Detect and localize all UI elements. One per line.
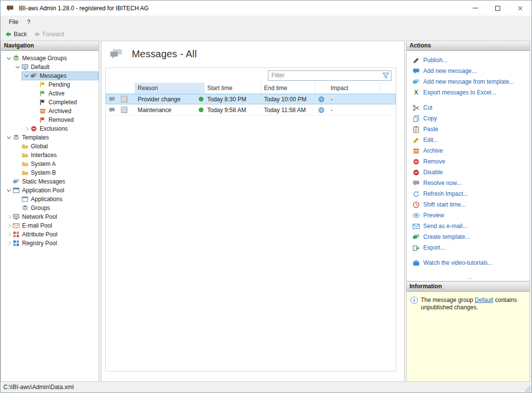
tree-item-label: Interfaces: [31, 152, 57, 159]
chevron-down-icon[interactable]: [5, 54, 13, 63]
action-paste[interactable]: Paste: [412, 124, 528, 135]
chevron-down-icon[interactable]: [5, 133, 13, 142]
table-row[interactable]: Maintenance Today 9:58 AM Today 11:58 AM…: [106, 105, 396, 116]
action-disable[interactable]: Disable: [412, 167, 528, 178]
action-remove[interactable]: Remove: [412, 156, 528, 167]
action-send-as-email[interactable]: Send as e-mail...: [412, 221, 528, 231]
default-group-link[interactable]: Default: [475, 297, 493, 303]
tree-item-groups[interactable]: Groups: [1, 204, 98, 212]
action-archive[interactable]: Archive: [412, 145, 528, 156]
messages-icon: [30, 72, 37, 79]
message-groups-icon: [13, 55, 20, 62]
minimize-icon: [473, 8, 478, 8]
tree-item-label: Static Messages: [22, 178, 65, 185]
export-icon: [412, 244, 420, 252]
chevron-right-icon[interactable]: [5, 239, 13, 248]
minimize-button[interactable]: [464, 0, 486, 16]
templates-icon: [13, 134, 20, 141]
action-resolve-now[interactable]: Resolve now...: [412, 178, 528, 188]
column-header-end-time[interactable]: End time: [262, 83, 315, 93]
back-button[interactable]: Back: [5, 31, 27, 38]
action-edit[interactable]: Edit...: [412, 135, 528, 145]
actions-overflow[interactable]: ...: [412, 275, 528, 281]
tree-item-attribute-pool[interactable]: Attribute Pool: [1, 230, 98, 239]
action-cut[interactable]: Cut: [412, 102, 528, 113]
registry-pool-icon: [13, 240, 20, 247]
action-add-message-from-template[interactable]: Add new message from template...: [412, 76, 528, 87]
tree-item-static-messages[interactable]: Static Messages: [1, 177, 98, 186]
navigation-panel: Navigation Message Groups Default Messag…: [0, 41, 99, 382]
tree-item-email-pool[interactable]: E-mail Pool: [1, 221, 98, 230]
close-button[interactable]: [509, 0, 532, 16]
tree-item-application-pool[interactable]: Application Pool: [1, 186, 98, 195]
tree-item-active[interactable]: Active: [1, 89, 98, 98]
back-arrow-icon: [5, 31, 12, 38]
action-copy[interactable]: Copy: [412, 113, 528, 124]
information-body: The message group Default contains unpub…: [407, 292, 530, 381]
resize-grip[interactable]: [525, 386, 531, 392]
archived-box-icon: [39, 108, 46, 115]
chevron-right-icon[interactable]: [23, 124, 30, 133]
column-header-impact[interactable]: Impact: [328, 83, 380, 93]
tree-item-templates[interactable]: Templates: [1, 133, 98, 142]
cell-end-time: Today 10:00 PM: [262, 94, 315, 104]
cell-start-time: Today 8:30 PM: [205, 94, 262, 104]
chevron-right-icon[interactable]: [5, 212, 13, 221]
tree-item-applications[interactable]: Applications: [1, 195, 98, 204]
tree-item-registry-pool[interactable]: Registry Pool: [1, 239, 98, 248]
action-label: Archive: [423, 147, 443, 154]
menu-help[interactable]: ?: [23, 17, 35, 27]
action-export-excel[interactable]: Export messages to Excel...: [412, 87, 528, 98]
chevron-right-icon[interactable]: [5, 230, 13, 239]
chevron-down-icon[interactable]: [23, 71, 30, 80]
tree-item-system-a[interactable]: System A: [1, 160, 98, 168]
tree-item-default[interactable]: Default: [1, 63, 98, 71]
action-shift-start-time[interactable]: Shift start time...: [412, 199, 528, 210]
tree-item-message-groups[interactable]: Message Groups: [1, 54, 98, 63]
action-export[interactable]: Export...: [412, 242, 528, 253]
tree-item-messages[interactable]: Messages: [1, 71, 98, 80]
tree-item-interfaces[interactable]: Interfaces: [1, 151, 98, 160]
tree-item-completed[interactable]: Completed: [1, 98, 98, 107]
active-flag-icon: [39, 90, 46, 97]
action-watch-video-tutorials[interactable]: Watch the video-tutorials...: [412, 257, 528, 268]
message-state-icon: [121, 96, 127, 102]
impact-globe-icon: [318, 107, 325, 114]
maximize-button[interactable]: [486, 0, 509, 16]
navigation-tree: Message Groups Default Messages Pending: [1, 51, 98, 381]
disable-icon: [412, 169, 420, 176]
filter-box: [268, 70, 391, 81]
filter-input[interactable]: [268, 70, 391, 81]
action-create-template[interactable]: Create template...: [412, 231, 528, 242]
info-text-before: The message group: [421, 297, 473, 303]
column-header-status[interactable]: [197, 83, 205, 93]
remove-icon: [412, 158, 420, 165]
column-header-start-time[interactable]: Start time: [205, 83, 262, 93]
filter-funnel-icon[interactable]: [382, 72, 389, 79]
tree-item-removed[interactable]: Removed: [1, 116, 98, 124]
action-add-new-message[interactable]: Add new message...: [412, 66, 528, 76]
action-refresh-impact[interactable]: Refresh Impact...: [412, 188, 528, 199]
menu-file[interactable]: File: [4, 17, 23, 27]
tree-item-label: Network Pool: [22, 213, 57, 220]
tree-item-label: Default: [31, 64, 49, 70]
chevron-spacer: [31, 107, 39, 116]
table-row[interactable]: Provider change Today 8:30 PM Today 10:0…: [106, 94, 396, 105]
column-header-reason[interactable]: Reason: [135, 83, 197, 93]
action-publish[interactable]: Publish...: [412, 55, 528, 66]
chevron-down-icon[interactable]: [14, 63, 22, 71]
tree-item-pending[interactable]: Pending: [1, 80, 98, 89]
tree-item-label: Groups: [31, 205, 50, 211]
tree-item-archived[interactable]: Archived: [1, 107, 98, 116]
chevron-down-icon[interactable]: [5, 186, 13, 195]
action-preview[interactable]: Preview: [412, 210, 528, 221]
tree-item-global[interactable]: Global: [1, 142, 98, 151]
exclusions-icon: [30, 125, 37, 132]
tree-item-system-b[interactable]: System B: [1, 168, 98, 177]
excel-icon: [412, 89, 420, 96]
tree-item-network-pool[interactable]: Network Pool: [1, 212, 98, 221]
forward-button[interactable]: Forward: [34, 31, 64, 38]
action-label: Paste: [423, 126, 438, 133]
chevron-right-icon[interactable]: [5, 221, 13, 230]
tree-item-exclusions[interactable]: Exclusions: [1, 124, 98, 133]
